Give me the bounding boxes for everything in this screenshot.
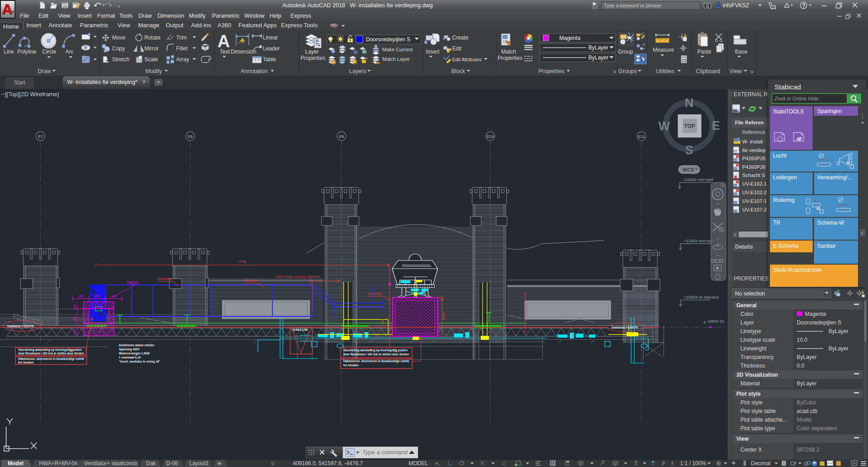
svg-text:Layout1: Layout1	[189, 460, 209, 467]
svg-text:Line: Line	[4, 49, 14, 55]
svg-text:Text: Text	[220, 49, 230, 55]
svg-text:Magenta: Magenta	[559, 35, 581, 41]
svg-text:Color: Color	[740, 311, 754, 317]
svg-text:Properties: Properties	[498, 55, 523, 61]
svg-text:PROPERTIES: PROPERTIES	[734, 275, 769, 282]
svg-text:Magenta: Magenta	[805, 311, 826, 317]
svg-text:1884x588: 1884x588	[243, 279, 257, 282]
svg-text:infoFVKSZ: infoFVKSZ	[723, 2, 749, 9]
svg-text:1: 1	[814, 198, 817, 203]
svg-text:100: 100	[78, 295, 84, 298]
svg-text:+20504 vk dakrand: +20504 vk dakrand	[684, 295, 719, 300]
svg-text:3D Visualization: 3D Visualization	[736, 372, 778, 378]
svg-text:Dakbed.+10070: Dakbed.+10070	[7, 324, 34, 328]
svg-text:Linetype: Linetype	[740, 328, 761, 334]
svg-text:N: N	[685, 96, 694, 110]
svg-text:TOP: TOP	[684, 123, 695, 129]
svg-text:E-Schema: E-Schema	[773, 243, 799, 249]
svg-text:Group: Group	[618, 49, 633, 55]
svg-text:ten houden: ten houden	[343, 364, 359, 367]
svg-text:File Referen: File Referen	[735, 120, 764, 125]
svg-text:HWA+R+MV-06: HWA+R+MV-06	[39, 460, 78, 467]
svg-text:Voorziening aansluiting op lev: Voorziening aansluiting op leveringstijg…	[343, 349, 408, 352]
svg-text:UV-E102-2: UV-E102-2	[742, 190, 767, 195]
svg-text:Match Layer: Match Layer	[382, 56, 410, 62]
svg-text:Table: Table	[263, 56, 276, 63]
svg-text:Dakdoorvoe- doorvoeren in bouw: Dakdoorvoe- doorvoeren in bouwkundige ru…	[18, 357, 84, 361]
svg-text:10.0: 10.0	[797, 337, 808, 343]
svg-text:ByLayer: ByLayer	[829, 328, 848, 334]
svg-text:E9: E9	[339, 134, 344, 139]
svg-text:Reference: Reference	[742, 129, 765, 135]
svg-text:Dakbed.+10070: Dakbed.+10070	[612, 325, 638, 329]
svg-text:Model: Model	[797, 417, 812, 423]
svg-text:Block: Block	[451, 68, 465, 74]
svg-text:Layer: Layer	[305, 49, 319, 55]
svg-text:Make Current: Make Current	[382, 47, 413, 52]
svg-text:Paste: Paste	[697, 49, 711, 55]
svg-text:Lineweight: Lineweight	[740, 345, 767, 352]
svg-text:WCS: WCS	[682, 167, 694, 172]
svg-text:670: 670	[73, 316, 76, 321]
svg-text:ten houden: ten houden	[18, 361, 34, 364]
svg-text:General: General	[736, 302, 757, 309]
svg-text:ByLayer: ByLayer	[829, 345, 848, 352]
svg-text:Schacht S: Schacht S	[742, 172, 765, 178]
svg-text:Elektrische datum cilinder: Elektrische datum cilinder	[119, 344, 155, 347]
svg-text:Array: Array	[176, 56, 189, 63]
svg-text:Scale: Scale	[144, 56, 158, 63]
svg-text:Doorsnedepijlen S: Doorsnedepijlen S	[366, 36, 410, 43]
svg-text:DAKLUIK: DAKLUIK	[293, 328, 308, 332]
svg-text:500x1000: 500x1000	[368, 292, 382, 295]
svg-text:?: ?	[802, 3, 805, 8]
svg-text:<: <	[734, 232, 736, 237]
svg-text:Clipboard: Clipboard	[696, 68, 720, 74]
svg-text:Polyline: Polyline	[17, 49, 36, 55]
svg-text:TR: TR	[773, 220, 780, 226]
svg-text:W- install: W- install	[742, 139, 763, 144]
svg-text:P4260P26: P4260P26	[742, 156, 765, 161]
svg-text:Properties: Properties	[538, 68, 564, 74]
svg-text:D-06: D-06	[166, 460, 178, 467]
svg-text:Groups: Groups	[618, 68, 637, 74]
svg-text:View: View	[736, 436, 749, 442]
svg-text:Plot style table: Plot style table	[740, 408, 776, 414]
svg-text:1884x588: 1884x588	[157, 277, 171, 280]
svg-text:MODEL: MODEL	[409, 460, 428, 467]
svg-text:Create: Create	[452, 34, 469, 41]
svg-text:Details: Details	[735, 244, 753, 250]
svg-text:1:1 / 100%: 1:1 / 100%	[680, 460, 706, 467]
svg-text:Linear: Linear	[263, 34, 278, 41]
svg-text:Center X: Center X	[740, 447, 762, 453]
svg-text:Dakdoorvoe- doorvoeren in bouw: Dakdoorvoe- doorvoeren in bouwkundige ru…	[343, 359, 409, 363]
svg-text:Measure: Measure	[653, 47, 674, 53]
svg-text:Plot table attache...: Plot table attache...	[740, 417, 787, 423]
svg-text:A: A	[217, 32, 230, 51]
svg-text:DWG: DWG	[734, 151, 740, 153]
svg-text:300: 300	[73, 304, 76, 309]
svg-text:Annotation: Annotation	[241, 68, 268, 74]
svg-text:Riolering: Riolering	[773, 197, 794, 203]
svg-text:800: 800	[94, 295, 100, 298]
svg-text:Dak: Dak	[146, 460, 156, 467]
svg-text:Copy: Copy	[112, 45, 125, 52]
svg-text:ByLayer: ByLayer	[797, 380, 817, 387]
svg-text:Properties: Properties	[301, 55, 326, 61]
svg-text:ByColor: ByColor	[797, 399, 816, 406]
svg-text:0.0: 0.0	[797, 363, 804, 369]
svg-text:Plot style: Plot style	[736, 391, 761, 397]
svg-text:Base: Base	[735, 49, 748, 55]
svg-text:UV-E107-2: UV-E107-2	[742, 207, 767, 212]
svg-text:Insert: Insert	[426, 49, 440, 55]
svg-text:Edit: Edit	[452, 45, 462, 52]
svg-text:Material: Material	[740, 380, 760, 387]
svg-text:Fillet: Fillet	[176, 45, 188, 52]
svg-text:Doorsnedepijlen S: Doorsnedepijlen S	[797, 320, 841, 326]
svg-text:Verwarming/...: Verwarming/...	[817, 174, 852, 181]
svg-text:Modify: Modify	[145, 68, 163, 74]
svg-text:View: View	[730, 68, 742, 74]
svg-text:Match: Match	[501, 49, 516, 55]
svg-text:"Invert. werk/doe te releng x9: "Invert. werk/doe te releng x9"	[119, 360, 160, 364]
svg-text:Move: Move	[112, 34, 126, 41]
svg-text:Color dependent: Color dependent	[797, 425, 837, 432]
